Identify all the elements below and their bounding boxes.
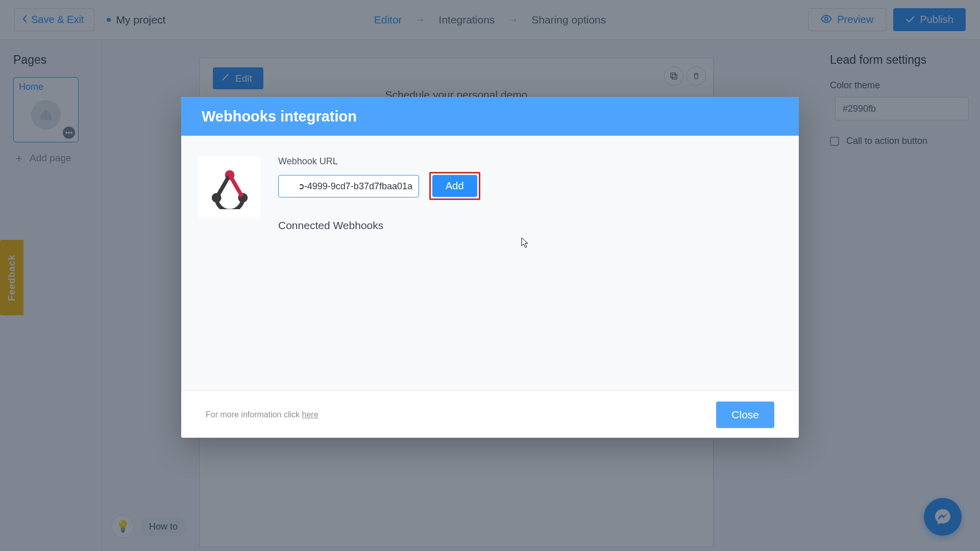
close-modal-button[interactable]: Close	[716, 402, 774, 428]
add-button-highlight: Add	[429, 172, 480, 200]
webhook-url-label: Webhook URL	[278, 156, 778, 167]
modal-footer-info: For more information click here	[206, 410, 318, 419]
connected-webhooks-heading: Connected Webhooks	[278, 219, 778, 232]
close-label: Close	[731, 409, 759, 420]
add-label: Add	[446, 180, 464, 191]
webhooks-modal: Webhooks integration Webhook URL Add	[181, 97, 799, 438]
webhook-logo-icon	[199, 156, 261, 218]
webhook-url-input[interactable]	[278, 175, 419, 197]
footer-prefix: For more information click	[206, 410, 302, 419]
add-webhook-button[interactable]: Add	[432, 175, 477, 197]
footer-here-link[interactable]: here	[302, 410, 318, 419]
modal-title: Webhooks integration	[181, 97, 799, 136]
